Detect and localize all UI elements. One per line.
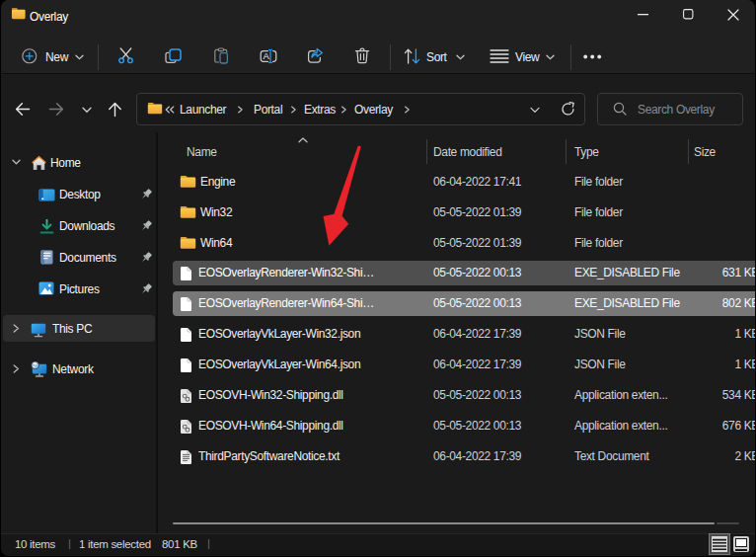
- svg-text:A: A: [263, 50, 269, 61]
